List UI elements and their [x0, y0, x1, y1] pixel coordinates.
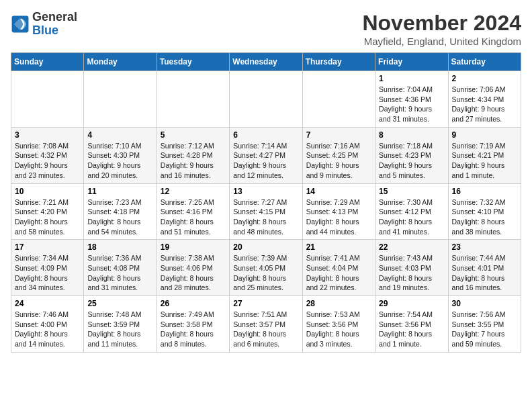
day-info: Sunrise: 7:44 AM Sunset: 4:01 PM Dayligh… — [452, 253, 517, 293]
day-number: 25 — [87, 299, 152, 308]
calendar-cell: 29Sunrise: 7:54 AM Sunset: 3:56 PM Dayli… — [375, 296, 448, 353]
col-header-friday: Friday — [375, 53, 448, 71]
day-number: 27 — [233, 299, 298, 308]
day-number: 1 — [379, 74, 444, 83]
day-info: Sunrise: 7:23 AM Sunset: 4:18 PM Dayligh… — [87, 197, 152, 237]
day-info: Sunrise: 7:53 AM Sunset: 3:56 PM Dayligh… — [306, 310, 371, 349]
day-number: 20 — [233, 242, 298, 252]
day-number: 23 — [452, 242, 517, 252]
day-number: 14 — [306, 187, 371, 196]
logo: General Blue — [11, 11, 77, 38]
calendar-cell: 25Sunrise: 7:48 AM Sunset: 3:59 PM Dayli… — [84, 296, 157, 353]
day-number: 21 — [306, 242, 371, 252]
calendar-cell: 3Sunrise: 7:08 AM Sunset: 4:32 PM Daylig… — [11, 127, 84, 183]
page-header: General Blue November 2024 Mayfield, Eng… — [11, 11, 521, 47]
calendar-cell: 20Sunrise: 7:39 AM Sunset: 4:05 PM Dayli… — [230, 240, 302, 296]
day-number: 4 — [87, 130, 152, 140]
calendar-cell — [157, 71, 229, 128]
day-number: 8 — [379, 130, 444, 140]
logo-line1: General — [32, 11, 77, 24]
calendar-cell: 10Sunrise: 7:21 AM Sunset: 4:20 PM Dayli… — [11, 183, 84, 240]
calendar-week-3: 10Sunrise: 7:21 AM Sunset: 4:20 PM Dayli… — [11, 183, 521, 240]
calendar-week-4: 17Sunrise: 7:34 AM Sunset: 4:09 PM Dayli… — [11, 240, 521, 296]
calendar-cell: 19Sunrise: 7:38 AM Sunset: 4:06 PM Dayli… — [157, 240, 229, 296]
calendar-week-2: 3Sunrise: 7:08 AM Sunset: 4:32 PM Daylig… — [11, 127, 521, 183]
calendar-cell — [84, 71, 157, 128]
day-info: Sunrise: 7:18 AM Sunset: 4:23 PM Dayligh… — [379, 141, 444, 181]
calendar-cell: 21Sunrise: 7:41 AM Sunset: 4:04 PM Dayli… — [302, 240, 375, 296]
calendar-cell: 11Sunrise: 7:23 AM Sunset: 4:18 PM Dayli… — [84, 183, 157, 240]
day-info: Sunrise: 7:43 AM Sunset: 4:03 PM Dayligh… — [379, 253, 444, 293]
day-number: 16 — [452, 187, 517, 196]
day-info: Sunrise: 7:51 AM Sunset: 3:57 PM Dayligh… — [233, 310, 298, 349]
day-number: 30 — [452, 299, 517, 308]
calendar-cell: 5Sunrise: 7:12 AM Sunset: 4:28 PM Daylig… — [157, 127, 229, 183]
day-info: Sunrise: 7:54 AM Sunset: 3:56 PM Dayligh… — [379, 310, 444, 349]
day-info: Sunrise: 7:56 AM Sunset: 3:55 PM Dayligh… — [452, 310, 517, 349]
calendar-cell: 12Sunrise: 7:25 AM Sunset: 4:16 PM Dayli… — [157, 183, 229, 240]
month-year: November 2024 — [362, 11, 521, 36]
calendar-cell: 7Sunrise: 7:16 AM Sunset: 4:25 PM Daylig… — [302, 127, 375, 183]
calendar-cell — [11, 71, 84, 128]
day-number: 11 — [87, 187, 152, 196]
day-info: Sunrise: 7:38 AM Sunset: 4:06 PM Dayligh… — [161, 253, 226, 293]
day-info: Sunrise: 7:32 AM Sunset: 4:10 PM Dayligh… — [452, 197, 517, 237]
day-info: Sunrise: 7:25 AM Sunset: 4:16 PM Dayligh… — [161, 197, 226, 237]
day-number: 13 — [233, 187, 298, 196]
day-number: 24 — [15, 299, 80, 308]
day-info: Sunrise: 7:04 AM Sunset: 4:36 PM Dayligh… — [379, 85, 444, 124]
day-info: Sunrise: 7:19 AM Sunset: 4:21 PM Dayligh… — [452, 141, 517, 181]
day-info: Sunrise: 7:14 AM Sunset: 4:27 PM Dayligh… — [233, 141, 298, 181]
calendar-cell: 9Sunrise: 7:19 AM Sunset: 4:21 PM Daylig… — [448, 127, 521, 183]
day-info: Sunrise: 7:12 AM Sunset: 4:28 PM Dayligh… — [161, 141, 226, 181]
col-header-saturday: Saturday — [448, 53, 521, 71]
day-info: Sunrise: 7:46 AM Sunset: 4:00 PM Dayligh… — [15, 310, 80, 349]
day-info: Sunrise: 7:39 AM Sunset: 4:05 PM Dayligh… — [233, 253, 298, 293]
calendar-cell: 30Sunrise: 7:56 AM Sunset: 3:55 PM Dayli… — [448, 296, 521, 353]
calendar-cell: 17Sunrise: 7:34 AM Sunset: 4:09 PM Dayli… — [11, 240, 84, 296]
day-info: Sunrise: 7:29 AM Sunset: 4:13 PM Dayligh… — [306, 197, 371, 237]
day-info: Sunrise: 7:16 AM Sunset: 4:25 PM Dayligh… — [306, 141, 371, 181]
calendar-week-5: 24Sunrise: 7:46 AM Sunset: 4:00 PM Dayli… — [11, 296, 521, 353]
day-number: 28 — [306, 299, 371, 308]
day-number: 17 — [15, 242, 80, 252]
calendar-cell: 16Sunrise: 7:32 AM Sunset: 4:10 PM Dayli… — [448, 183, 521, 240]
day-info: Sunrise: 7:30 AM Sunset: 4:12 PM Dayligh… — [379, 197, 444, 237]
calendar-cell: 8Sunrise: 7:18 AM Sunset: 4:23 PM Daylig… — [375, 127, 448, 183]
calendar-cell: 14Sunrise: 7:29 AM Sunset: 4:13 PM Dayli… — [302, 183, 375, 240]
col-header-tuesday: Tuesday — [157, 53, 229, 71]
day-info: Sunrise: 7:27 AM Sunset: 4:15 PM Dayligh… — [233, 197, 298, 237]
col-header-monday: Monday — [84, 53, 157, 71]
day-number: 22 — [379, 242, 444, 252]
day-info: Sunrise: 7:49 AM Sunset: 3:58 PM Dayligh… — [161, 310, 226, 349]
day-number: 9 — [452, 130, 517, 140]
day-number: 6 — [233, 130, 298, 140]
day-info: Sunrise: 7:41 AM Sunset: 4:04 PM Dayligh… — [306, 253, 371, 293]
calendar-cell — [302, 71, 375, 128]
day-info: Sunrise: 7:06 AM Sunset: 4:34 PM Dayligh… — [452, 85, 517, 124]
calendar-cell: 1Sunrise: 7:04 AM Sunset: 4:36 PM Daylig… — [375, 71, 448, 128]
day-number: 12 — [161, 187, 226, 196]
day-number: 10 — [15, 187, 80, 196]
day-number: 2 — [452, 74, 517, 83]
calendar-cell: 26Sunrise: 7:49 AM Sunset: 3:58 PM Dayli… — [157, 296, 229, 353]
calendar-week-1: 1Sunrise: 7:04 AM Sunset: 4:36 PM Daylig… — [11, 71, 521, 128]
calendar-cell: 6Sunrise: 7:14 AM Sunset: 4:27 PM Daylig… — [230, 127, 302, 183]
calendar-cell: 2Sunrise: 7:06 AM Sunset: 4:34 PM Daylig… — [448, 71, 521, 128]
day-number: 29 — [379, 299, 444, 308]
logo-icon — [11, 15, 30, 34]
title-block: November 2024 Mayfield, England, United … — [362, 11, 521, 47]
calendar-cell: 13Sunrise: 7:27 AM Sunset: 4:15 PM Dayli… — [230, 183, 302, 240]
day-number: 5 — [161, 130, 226, 140]
col-header-thursday: Thursday — [302, 53, 375, 71]
calendar-cell: 18Sunrise: 7:36 AM Sunset: 4:08 PM Dayli… — [84, 240, 157, 296]
calendar-cell: 22Sunrise: 7:43 AM Sunset: 4:03 PM Dayli… — [375, 240, 448, 296]
calendar-table: SundayMondayTuesdayWednesdayThursdayFrid… — [11, 52, 521, 353]
calendar-cell: 4Sunrise: 7:10 AM Sunset: 4:30 PM Daylig… — [84, 127, 157, 183]
calendar-cell: 15Sunrise: 7:30 AM Sunset: 4:12 PM Dayli… — [375, 183, 448, 240]
day-info: Sunrise: 7:48 AM Sunset: 3:59 PM Dayligh… — [87, 310, 152, 349]
day-number: 18 — [87, 242, 152, 252]
day-info: Sunrise: 7:34 AM Sunset: 4:09 PM Dayligh… — [15, 253, 80, 293]
day-number: 19 — [161, 242, 226, 252]
day-info: Sunrise: 7:36 AM Sunset: 4:08 PM Dayligh… — [87, 253, 152, 293]
